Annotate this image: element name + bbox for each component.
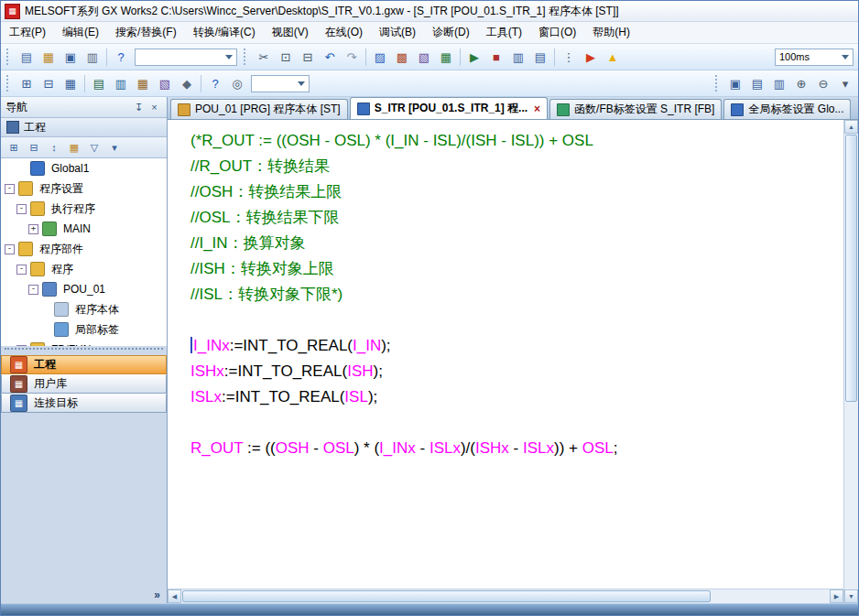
paste-icon[interactable]: ⊟ [298,47,318,67]
redo-icon[interactable]: ↷ [342,47,362,67]
menu-item-8[interactable]: 诊断(D) [424,22,478,43]
device-display-alt-icon[interactable]: ▦ [133,73,153,93]
tree-item-10[interactable]: -FB/FUN [1,340,167,346]
collapse-icon[interactable]: - [16,345,27,346]
tree-item-7[interactable]: -POU_01 [1,279,167,299]
save-project-icon[interactable]: ▣ [60,47,81,67]
copy-icon[interactable]: ⊡ [276,47,296,67]
vertical-scrollbar[interactable]: ▲ ▼ [843,120,858,603]
code-area[interactable]: (*R_OUT := ((OSH - OSL) * (I_IN - ISL)/(… [168,120,843,589]
menu-item-6[interactable]: 在线(O) [317,22,371,43]
nav-button-2[interactable]: ▦用户库 [1,374,167,394]
editor-tab-2[interactable]: S_ITR [POU_01.S_ITR_1] 程...× [350,97,548,119]
scroll-track[interactable] [844,403,858,589]
note-display-icon[interactable]: ▥ [769,73,789,93]
expand-icon[interactable]: + [28,224,38,234]
chevron-down-icon[interactable] [842,55,849,59]
tab-close-icon[interactable]: × [534,103,540,115]
output-window-icon[interactable]: ▦ [60,73,81,93]
pin-icon[interactable]: ↧ [131,100,147,115]
new-project-icon[interactable]: ▤ [16,47,37,67]
find-icon[interactable]: ◎ [227,73,247,93]
menu-item-3[interactable]: 搜索/替换(F) [107,22,185,43]
tree-item-8[interactable]: 程序本体 [1,299,167,319]
toolbar-grip[interactable] [6,49,12,65]
scroll-track[interactable] [712,589,830,603]
scroll-right-icon[interactable]: ▶ [830,589,843,603]
monitor-mode-icon[interactable]: ▦ [436,47,456,67]
plc-verify-icon[interactable]: ▧ [414,47,434,67]
chevron-down-icon[interactable] [225,55,233,59]
tree-menu-icon[interactable]: ▾ [105,138,124,157]
find-target-combo[interactable] [251,75,310,92]
show-all-icon[interactable]: ⊞ [5,138,23,157]
scroll-left-icon[interactable]: ◀ [168,589,181,603]
scroll-down-icon[interactable]: ▼ [844,589,858,603]
open-project-icon[interactable]: ▦ [38,47,59,67]
element-selection-icon[interactable]: ⊟ [38,73,59,93]
vertical-scroll-thumb[interactable] [845,135,857,402]
option-wrench-icon[interactable]: ◆ [177,73,197,93]
tree-item-2[interactable]: -程序设置 [1,178,167,199]
editor-tab-1[interactable]: POU_01 [PRG] 程序本体 [ST] [170,99,348,119]
watch-window-icon[interactable]: ▤ [530,47,550,67]
menu-item-5[interactable]: 视图(V) [264,22,317,43]
plc-write-icon[interactable]: ▩ [392,47,412,67]
menu-item-10[interactable]: 窗口(O) [530,22,584,43]
toolbar-grip[interactable] [6,75,12,92]
menu-item-11[interactable]: 帮助(H) [584,22,638,43]
tree-item-1[interactable]: Global1 [1,158,167,178]
help-icon[interactable]: ? [111,47,131,67]
panel-splitter[interactable] [5,348,163,355]
collapse-icon[interactable]: - [28,285,38,295]
filter-icon[interactable]: ▽ [85,138,103,157]
device-batch-monitor-icon[interactable]: ▥ [508,47,528,67]
zoom-in-icon[interactable]: ⊕ [791,73,811,93]
close-panel-icon[interactable]: × [147,100,162,115]
toolbar-grip[interactable] [715,75,721,92]
window-select-combo[interactable] [135,49,237,66]
menu-item-7[interactable]: 调试(B) [371,22,424,43]
plc-read-icon[interactable]: ▨ [370,47,390,67]
collapse-all-icon[interactable]: ⊟ [25,138,43,157]
expand-buttons-chevron[interactable]: » [1,413,167,604]
menu-item-1[interactable]: 工程(P) [1,22,54,43]
scan-time-combo[interactable]: 100ms [775,49,854,66]
device-comment-display-icon[interactable]: ▤ [89,73,109,93]
chevron-down-icon[interactable] [298,81,305,86]
sort-icon[interactable]: ↕ [45,138,63,157]
monitor-start-icon[interactable]: ▶ [464,47,484,67]
print-icon[interactable]: ▥ [82,47,103,67]
cut-icon[interactable]: ✂ [254,47,274,67]
overflow-dots-icon[interactable]: ⋮ [559,47,579,67]
monitor-stop-icon[interactable]: ■ [486,47,506,67]
nav-button-1[interactable]: ▦工程 [1,355,167,374]
tree-item-9[interactable]: 局部标签 [1,319,167,340]
toolbar-options-icon[interactable]: ▾ [835,73,855,93]
tree-item-5[interactable]: -程序部件 [1,239,167,259]
toolbar-grip[interactable] [244,49,249,65]
nav-button-3[interactable]: ▦连接目标 [1,394,167,413]
menu-item-2[interactable]: 编辑(E) [54,22,107,43]
undo-icon[interactable]: ↶ [320,47,340,67]
run-conversion-icon[interactable]: ▶ [581,47,601,67]
tree-item-3[interactable]: -执行程序 [1,199,167,219]
collapse-icon[interactable]: - [5,184,15,194]
zoom-out-icon[interactable]: ⊖ [813,73,833,93]
project-section-header[interactable]: 工程 [1,118,167,137]
menu-item-9[interactable]: 工具(T) [478,22,530,43]
menu-item-4[interactable]: 转换/编译(C) [185,22,264,43]
error-list-icon[interactable]: ▲ [603,47,623,67]
editor-tab-3[interactable]: 函数/FB标签设置 S_ITR [FB] [549,99,722,119]
cross-reference-icon[interactable]: ▧ [155,73,175,93]
navigation-window-icon[interactable]: ⊞ [16,73,37,93]
horizontal-scroll-thumb[interactable] [182,590,711,602]
statement-display-icon[interactable]: ▤ [747,73,767,93]
context-help-icon[interactable]: ? [205,73,225,93]
collapse-icon[interactable]: - [16,204,27,214]
tree-item-6[interactable]: -程序 [1,259,167,279]
project-display-icon[interactable]: ▦ [65,138,83,157]
editor-tab-4[interactable]: 全局标签设置 Glo... [723,99,851,119]
collapse-icon[interactable]: - [5,244,15,254]
tree-item-4[interactable]: +MAIN [1,219,167,239]
